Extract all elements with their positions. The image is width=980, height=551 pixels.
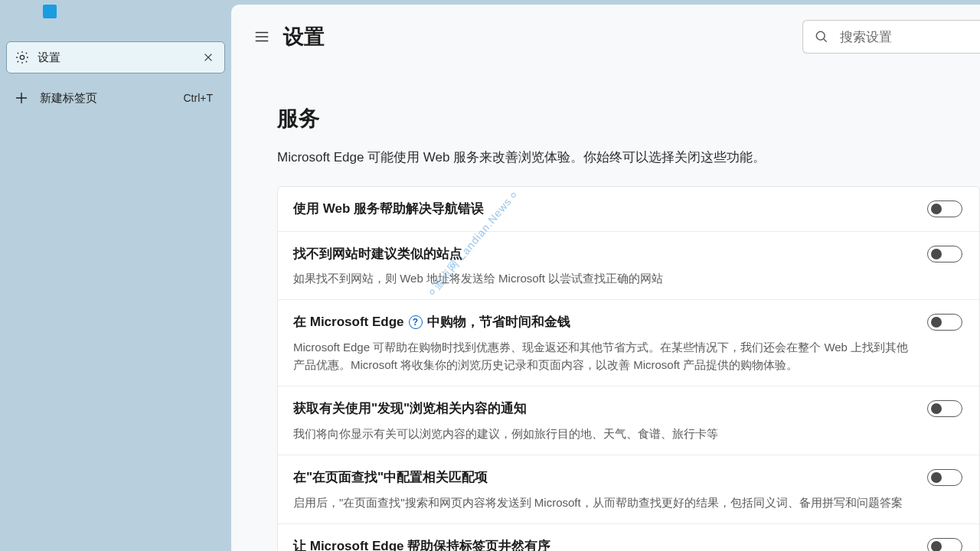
toggle-switch[interactable] — [927, 400, 962, 417]
help-icon[interactable]: ? — [409, 315, 423, 329]
setting-row: 获取有关使用"发现"浏览相关内容的通知 我们将向你显示有关可以浏览内容的建议，例… — [278, 386, 979, 455]
title-pre: 在 Microsoft Edge — [293, 312, 404, 332]
new-tab-button[interactable]: 新建标签页 Ctrl+T — [6, 84, 225, 112]
sidebar-top — [0, 5, 231, 34]
plus-icon — [14, 90, 29, 106]
services-section: 服务 Microsoft Edge 可能使用 Web 服务来改善浏览体验。你始终… — [231, 69, 936, 551]
toggle-switch[interactable] — [927, 469, 962, 486]
setting-description: Microsoft Edge 可帮助在购物时找到优惠券、现金返还和其他节省方式。… — [293, 338, 913, 374]
setting-row: 找不到网站时建议类似的站点 如果找不到网站，则 Web 地址将发送给 Micro… — [278, 232, 979, 301]
toggle-switch[interactable] — [927, 201, 962, 217]
close-tab-button[interactable] — [200, 49, 217, 66]
gear-icon — [15, 50, 30, 65]
setting-description: 启用后，"在页面查找"搜索和网页内容将发送到 Microsoft，从而帮助查找更… — [293, 494, 913, 511]
setting-row: 使用 Web 服务帮助解决导航错误 — [278, 187, 979, 232]
main-panel: 设置 搜索设置 服务 Microsoft Edge 可能使用 Web 服务来改善… — [231, 5, 980, 551]
setting-title: 获取有关使用"发现"浏览相关内容的通知 — [293, 399, 913, 419]
new-tab-label: 新建标签页 — [40, 91, 173, 106]
setting-row: 在 Microsoft Edge ? 中购物，节省时间和金钱 Microsoft… — [278, 300, 979, 386]
page-title: 设置 — [283, 23, 802, 51]
tab-sidebar: 设置 新建标签页 Ctrl+T — [0, 0, 231, 551]
page-header: 设置 搜索设置 — [231, 5, 980, 69]
tab-label: 设置 — [38, 51, 192, 65]
toggle-switch[interactable] — [927, 246, 962, 262]
title-post: 中购物，节省时间和金钱 — [427, 312, 570, 332]
setting-row: 在"在页面查找"中配置相关匹配项 启用后，"在页面查找"搜索和网页内容将发送到 … — [278, 455, 979, 524]
svg-point-1 — [816, 31, 825, 40]
setting-description: 我们将向你显示有关可以浏览内容的建议，例如旅行目的地、天气、食谱、旅行卡等 — [293, 425, 913, 442]
toggle-switch[interactable] — [927, 314, 962, 331]
svg-point-0 — [20, 55, 24, 59]
settings-card: 使用 Web 服务帮助解决导航错误 找不到网站时建议类似的站点 如果找不到网站，… — [277, 186, 980, 551]
section-description: Microsoft Edge 可能使用 Web 服务来改善浏览体验。你始终可以选… — [231, 133, 936, 186]
setting-title: 在"在页面查找"中配置相关匹配项 — [293, 468, 913, 487]
new-tab-shortcut: Ctrl+T — [184, 92, 218, 104]
menu-button[interactable] — [247, 21, 277, 52]
setting-row: 让 Microsoft Edge 帮助保持标签页井然有序 我们将提供有关如何组织… — [278, 524, 979, 551]
toggle-switch[interactable] — [927, 538, 962, 551]
setting-title: 在 Microsoft Edge ? 中购物，节省时间和金钱 — [293, 312, 913, 332]
search-placeholder: 搜索设置 — [840, 28, 892, 46]
section-title: 服务 — [231, 104, 936, 133]
search-icon — [814, 29, 829, 44]
setting-title: 找不到网站时建议类似的站点 — [293, 244, 913, 264]
tab-settings[interactable]: 设置 — [6, 41, 225, 73]
setting-description: 如果找不到网站，则 Web 地址将发送给 Microsoft 以尝试查找正确的网… — [293, 269, 913, 287]
setting-title: 使用 Web 服务帮助解决导航错误 — [293, 199, 913, 219]
search-settings-input[interactable]: 搜索设置 — [802, 20, 980, 54]
content-area: 服务 Microsoft Edge 可能使用 Web 服务来改善浏览体验。你始终… — [231, 69, 980, 551]
app-icon — [43, 5, 57, 18]
setting-title: 让 Microsoft Edge 帮助保持标签页井然有序 — [293, 536, 913, 551]
